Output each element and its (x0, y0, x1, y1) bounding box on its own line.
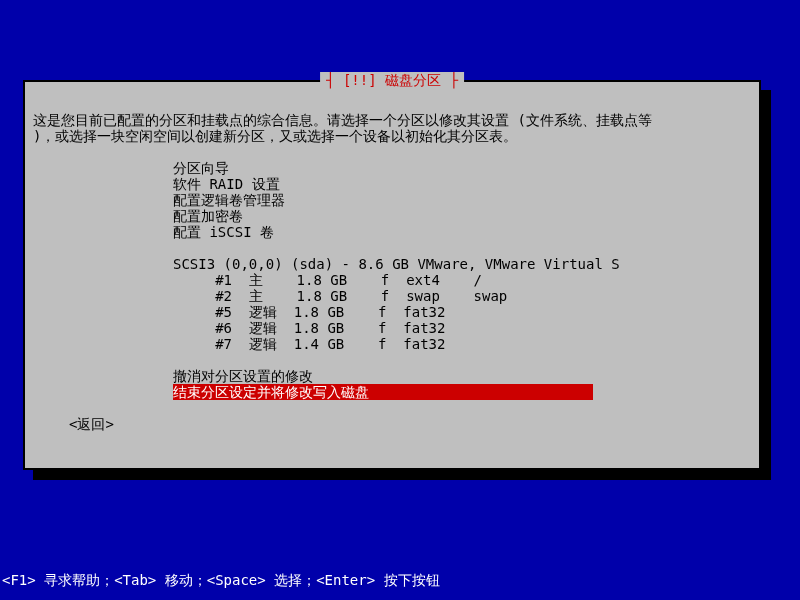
partition-1[interactable]: #1 主 1.8 GB f ext4 / (173, 272, 751, 288)
finish-partitioning[interactable]: 结束分区设定并将修改写入磁盘 (173, 384, 593, 400)
menu-iscsi[interactable]: 配置 iSCSI 卷 (173, 224, 751, 240)
menu-encrypt[interactable]: 配置加密卷 (173, 208, 751, 224)
footer-help: <F1> 寻求帮助；<Tab> 移动；<Space> 选择；<Enter> 按下… (2, 572, 440, 590)
back-button[interactable]: <返回> (69, 416, 751, 432)
dialog-content: 这是您目前已配置的分区和挂载点的综合信息。请选择一个分区以修改其设置 (文件系统… (25, 82, 759, 442)
undo-changes[interactable]: 撤消对分区设置的修改 (173, 368, 751, 384)
partition-7[interactable]: #7 逻辑 1.4 GB f fat32 (173, 336, 751, 352)
description-text: 这是您目前已配置的分区和挂载点的综合信息。请选择一个分区以修改其设置 (文件系统… (33, 112, 751, 144)
disk-header[interactable]: SCSI3 (0,0,0) (sda) - 8.6 GB VMware, VMw… (173, 256, 751, 272)
partition-5[interactable]: #5 逻辑 1.8 GB f fat32 (173, 304, 751, 320)
action-menu: 撤消对分区设置的修改 结束分区设定并将修改写入磁盘 (173, 368, 751, 400)
partition-2[interactable]: #2 主 1.8 GB f swap swap (173, 288, 751, 304)
disk-section: SCSI3 (0,0,0) (sda) - 8.6 GB VMware, VMw… (173, 256, 751, 352)
partition-dialog: ┤ [!!] 磁盘分区 ├ 这是您目前已配置的分区和挂载点的综合信息。请选择一个… (23, 80, 761, 470)
menu-guided[interactable]: 分区向导 (173, 160, 751, 176)
dialog-title: ┤ [!!] 磁盘分区 ├ (320, 72, 464, 90)
partition-6[interactable]: #6 逻辑 1.8 GB f fat32 (173, 320, 751, 336)
menu-raid[interactable]: 软件 RAID 设置 (173, 176, 751, 192)
config-menu: 分区向导 软件 RAID 设置 配置逻辑卷管理器 配置加密卷 配置 iSCSI … (173, 160, 751, 240)
menu-lvm[interactable]: 配置逻辑卷管理器 (173, 192, 751, 208)
